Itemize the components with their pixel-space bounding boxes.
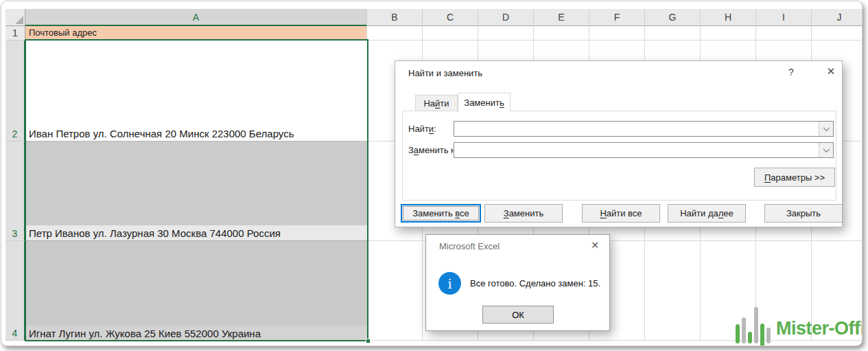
find-next-button[interactable]: Найти далее [668,204,746,223]
grid-line-row1 [367,40,863,41]
cell-a2-text: Иван Петров ул. Солнечная 20 Минск 22300… [29,128,294,139]
cell-a3-text: Петр Иванов ул. Лазурная 30 Москва 74400… [29,227,281,239]
cell-a3-fill [25,141,367,225]
fill-handle[interactable] [366,339,371,343]
column-header-e[interactable]: E [534,9,589,26]
row-header-4[interactable]: 4 [5,241,25,341]
tab-replace-label: Заменить [464,98,504,108]
logo-bar [748,332,752,343]
row-header-2[interactable]: 2 [5,41,25,141]
logo-bar [760,324,764,346]
column-header-j[interactable]: J [812,9,863,26]
row-header-1[interactable]: 1 [5,26,25,41]
excel-window: A B C D E F G H I J 1 2 3 4 Почтовый адр… [1,1,863,346]
dialog-help-button[interactable]: ? [784,67,799,80]
column-header-h[interactable]: H [701,9,756,26]
find-what-label: Найти: [408,121,436,137]
column-header-f[interactable]: F [589,9,645,26]
tab-find[interactable]: Найти [415,95,458,111]
message-box: Microsoft Excel ✕ i Все готово. Сделано … [425,234,610,331]
logo-bar [766,328,771,343]
tab-find-label: Найти [423,98,449,109]
chevron-down-icon [823,124,830,131]
column-headers: A B C D E F G H I J [5,9,863,26]
replace-button[interactable]: Заменить [484,204,563,223]
select-all-triangle-icon [15,16,23,24]
column-header-i[interactable]: I [756,9,812,26]
logo-bars-icon [736,305,771,343]
select-all-corner[interactable] [5,9,25,26]
find-what-input[interactable] [454,122,819,136]
cell-a2[interactable]: Иван Петров ул. Солнечная 20 Минск 22300… [25,41,367,141]
find-what-combobox [454,121,834,137]
logo-bar [736,324,740,343]
column-header-d[interactable]: D [478,9,534,26]
logo-bar [742,317,746,343]
row-headers: 1 2 3 4 [5,26,25,341]
column-header-g[interactable]: G [645,9,701,26]
replace-with-combobox [454,142,834,158]
mister-office-logo: Mister-Office [736,305,863,343]
dialog-title: Найти и заменить [408,68,482,78]
message-box-title: Microsoft Excel [439,241,500,251]
find-replace-dialog: Найти и заменить ? ✕ Найти Заменить Найт… [395,60,843,227]
chevron-down-icon [823,146,830,152]
find-what-dropdown-button[interactable] [819,122,833,136]
close-button[interactable]: Закрыть [764,204,843,223]
logo-bar [754,307,758,343]
row-header-3[interactable]: 3 [5,141,25,241]
cell-a4-text: Игнат Лугин ул. Жукова 25 Киев 552000 Ук… [29,328,261,339]
cell-a4-fill [25,241,367,326]
replace-all-button[interactable]: Заменить все [401,204,481,223]
ok-button[interactable]: ОК [482,306,554,324]
logo-text: Mister-Office [776,318,863,343]
info-icon: i [438,272,461,295]
dialog-close-button[interactable]: ✕ [822,65,840,80]
cell-a4[interactable]: Игнат Лугин ул. Жукова 25 Киев 552000 Ук… [25,241,367,341]
replace-with-dropdown-button[interactable] [819,143,833,157]
cell-a3[interactable]: Петр Иванов ул. Лазурная 30 Москва 74400… [25,141,367,241]
find-all-button[interactable]: Найти все [582,204,660,223]
cell-a4-textline: Игнат Лугин ул. Жукова 25 Киев 552000 Ук… [25,326,367,341]
column-header-c[interactable]: C [423,9,478,26]
cell-a3-textline: Петр Иванов ул. Лазурная 30 Москва 74400… [25,225,367,240]
options-button[interactable]: Параметры >> [754,168,835,187]
column-header-a[interactable]: A [25,9,367,26]
screenshot: A B C D E F G H I J 1 2 3 4 Почтовый адр… [0,0,868,351]
column-a-cells: Почтовый адрес Иван Петров ул. Солнечная… [25,26,367,341]
message-box-close-button[interactable]: ✕ [586,240,604,255]
tab-replace[interactable]: Заменить [458,93,511,112]
cell-a1[interactable]: Почтовый адрес [25,26,367,41]
message-text: Все готово. Сделано замен: 15. [470,278,600,288]
column-header-b[interactable]: B [367,9,423,26]
replace-with-input[interactable] [454,143,819,157]
